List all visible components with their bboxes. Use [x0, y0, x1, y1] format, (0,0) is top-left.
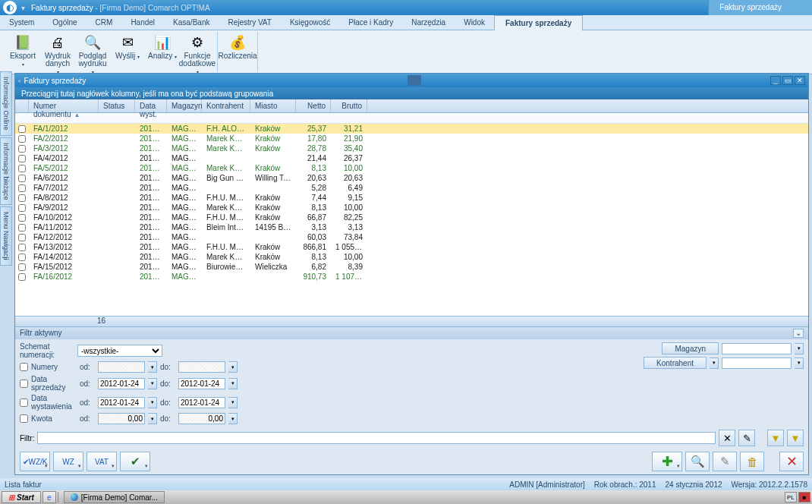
calendar-icon[interactable]: ▾	[148, 378, 157, 389]
calendar-icon[interactable]: ▾	[228, 378, 238, 389]
ribbon-wylij[interactable]: ✉Wyślij ▾	[111, 32, 144, 63]
table-row[interactable]: FA/8/20122012-01-24MAGAZYNF.H.U. MARIZAK…	[15, 193, 808, 203]
check-button[interactable]: ✔▾	[120, 452, 150, 471]
row-checkbox[interactable]	[18, 234, 26, 241]
vat-button[interactable]: VAT▾	[87, 452, 117, 471]
inner-minimize[interactable]: _	[770, 76, 781, 85]
table-row[interactable]: FA/4/20122012-01-24MAGAZYN21,4426,37	[15, 153, 808, 163]
tray-icon[interactable]: ■	[798, 492, 810, 502]
menu-crm[interactable]: CRM	[87, 15, 122, 30]
amount-from[interactable]	[98, 413, 145, 424]
filter-expression-input[interactable]	[37, 432, 716, 444]
contractor-button[interactable]: Kontrahent	[644, 357, 707, 369]
row-checkbox[interactable]	[18, 244, 26, 251]
row-checkbox[interactable]	[18, 263, 26, 271]
table-row[interactable]: FA/16/20122012-01-24MAGAZYN910,731 107,4…	[15, 272, 808, 282]
table-row[interactable]: FA/15/20122012-01-24MAGAZYNBiurowiec sp.…	[15, 262, 808, 272]
menu-system[interactable]: System	[0, 15, 43, 30]
table-row[interactable]: FA/1/20122012-01-24MAGAZYNF.H. ALOZA sp.…	[15, 124, 808, 134]
issue-date-from[interactable]	[98, 397, 145, 408]
filter-edit-button[interactable]: ✎	[738, 430, 755, 446]
menu-ksigowo[interactable]: Księgowość	[281, 15, 339, 30]
edit-pencil-button[interactable]: ✎	[713, 452, 737, 471]
numbers-from-input[interactable]	[98, 361, 145, 373]
filter-collapse-button[interactable]: ⌄	[793, 329, 804, 338]
filter-clear-button[interactable]: ✕	[719, 430, 735, 446]
table-row[interactable]: FA/6/20122012-01-24MAGAZYNBig Gun LTDWil…	[15, 173, 808, 183]
wz-button[interactable]: WZ▾	[53, 452, 83, 471]
table-row[interactable]: FA/13/20122012-01-24MAGAZYNF.H.U. MARIZA…	[15, 242, 808, 252]
amount-checkbox[interactable]	[20, 414, 28, 423]
row-checkbox[interactable]	[18, 254, 26, 261]
table-row[interactable]: FA/2/20122012-01-24MAGAZYNMarek KolasaKr…	[15, 134, 808, 143]
row-checkbox[interactable]	[18, 125, 26, 133]
row-checkbox[interactable]	[18, 194, 26, 202]
sale-date-checkbox[interactable]	[20, 380, 28, 388]
ribbon-rozliczenia[interactable]: 💰Rozliczenia	[221, 32, 254, 62]
numbers-to-input[interactable]	[178, 361, 225, 373]
group-by-hint[interactable]: Przeciągnij tutaj nagłówek kolumny, jeśl…	[15, 87, 808, 99]
grid-body[interactable]: FA/1/20122012-01-24MAGAZYNF.H. ALOZA sp.…	[15, 124, 808, 316]
row-checkbox[interactable]	[18, 165, 26, 172]
numbers-checkbox[interactable]	[20, 363, 28, 371]
contractor-input[interactable]	[722, 358, 792, 369]
col-contractor[interactable]: Kontrahent	[202, 99, 250, 112]
funnel-exec-button[interactable]: ▼	[787, 430, 804, 446]
sale-date-from[interactable]	[98, 378, 145, 389]
table-row[interactable]: FA/3/20122012-01-24MAGAZYNMarek KolasaKr…	[15, 143, 808, 153]
lang-indicator[interactable]: PL	[785, 492, 797, 502]
row-checkbox[interactable]	[18, 273, 26, 281]
issue-date-to[interactable]	[178, 397, 225, 408]
table-row[interactable]: FA/14/20122012-01-24MAGAZYNMarek KolasaK…	[15, 252, 808, 262]
warehouse-input[interactable]	[722, 343, 792, 354]
row-checkbox[interactable]	[18, 155, 26, 162]
row-checkbox[interactable]	[18, 175, 26, 182]
col-document-number[interactable]: Numer dokumentu▲	[29, 99, 99, 112]
wzk-button[interactable]: ✔WZ/K▾	[20, 452, 50, 471]
menu-rejestryvat[interactable]: Rejestry VAT	[219, 15, 280, 30]
inner-maximize[interactable]: ▭	[782, 76, 793, 85]
amount-to[interactable]	[178, 413, 225, 424]
table-row[interactable]: FA/5/20122012-01-24MAGAZYNMarek KolasaKr…	[15, 163, 808, 173]
row-checkbox[interactable]	[18, 224, 26, 232]
sidepanel-menunawigacji[interactable]: Menu Nawigacji	[0, 206, 12, 266]
qat-dropdown-icon[interactable]: ▾	[21, 4, 25, 12]
menu-fakturysprzeday[interactable]: Faktury sprzedaży	[494, 15, 583, 31]
filter-row-grid[interactable]	[15, 113, 808, 124]
col-net[interactable]: Netto	[296, 99, 331, 112]
row-checkbox[interactable]	[18, 214, 26, 222]
table-row[interactable]: FA/12/20122012-01-24MAGAZYN60,0373,84	[15, 232, 808, 242]
ribbon-analizy[interactable]: 📊Analizy ▾	[146, 32, 179, 63]
menu-narzdzia[interactable]: Narzędzia	[402, 15, 455, 30]
sidepanel-informacjebiece[interactable]: Informacje bieżące	[0, 137, 12, 206]
row-checkbox[interactable]	[18, 145, 26, 153]
row-checkbox[interactable]	[18, 135, 26, 143]
add-button[interactable]: ✚▾	[652, 452, 682, 471]
warehouse-button[interactable]: Magazyn	[662, 342, 719, 354]
col-checkbox[interactable]	[15, 99, 29, 112]
col-date[interactable]: Data wyst.	[135, 99, 167, 112]
ie-icon[interactable]: e	[42, 491, 56, 503]
table-row[interactable]: FA/9/20122012-01-24MAGAZYNMarek KolasaKr…	[15, 203, 808, 213]
issue-date-checkbox[interactable]	[20, 398, 28, 407]
scheme-select[interactable]: -wszystkie-	[77, 345, 162, 357]
table-row[interactable]: FA/10/20122012-01-24MAGAZYNF.H.U. MARIZA…	[15, 213, 808, 222]
trash-button[interactable]: 🗑	[740, 452, 764, 471]
col-gross[interactable]: Brutto	[331, 99, 367, 112]
sidepanel-informacjeonline[interactable]: Informacje Online	[0, 71, 12, 136]
inner-close[interactable]: ✕	[795, 76, 805, 85]
dropdown-icon[interactable]: ▾	[795, 343, 804, 354]
menu-oglne[interactable]: Ogólne	[43, 15, 86, 30]
col-city[interactable]: Miasto	[250, 99, 296, 112]
sale-date-to[interactable]	[178, 378, 225, 389]
spin-icon[interactable]: ▾	[148, 361, 157, 373]
table-row[interactable]: FA/7/20122012-01-24MAGAZYN5,286,49	[15, 183, 808, 193]
row-checkbox[interactable]	[18, 184, 26, 192]
taskbar-app[interactable]: [Firma Demo] Comar...	[64, 491, 165, 503]
funnel-button[interactable]: ▼	[767, 430, 784, 446]
col-warehouse[interactable]: Magazyn	[167, 99, 202, 112]
close-list-button[interactable]: ✕	[779, 452, 804, 471]
edit-button[interactable]: 🔍	[685, 452, 710, 471]
col-status[interactable]: Status	[99, 99, 135, 112]
ribbon-eksport[interactable]: 📗Eksport ▾	[6, 32, 39, 71]
